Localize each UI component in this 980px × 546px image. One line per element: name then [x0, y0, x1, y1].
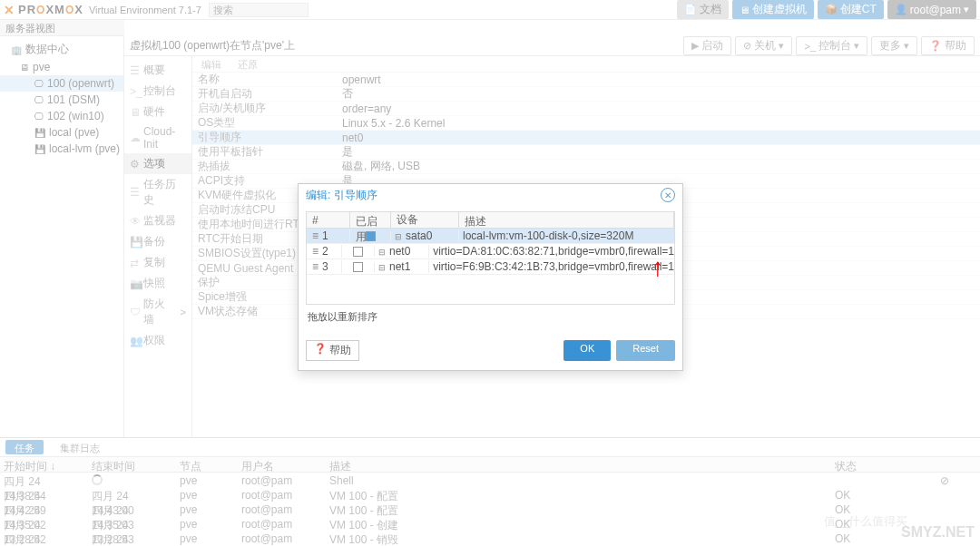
enable-checkbox[interactable] [366, 231, 376, 241]
drag-handle-icon[interactable] [312, 260, 318, 273]
device-icon [378, 245, 386, 258]
drag-handle-icon[interactable] [312, 229, 318, 242]
enable-checkbox[interactable] [353, 247, 363, 257]
modal-help-button[interactable]: ❓ 帮助 [306, 340, 359, 361]
boot-order-modal: 编辑: 引导顺序 ✕ # 已启用 设备 描述 1 sata0local-lvm:… [298, 183, 683, 371]
watermark: 值__什么值得买 [824, 513, 907, 530]
annotation-arrow: ↑ [652, 253, 664, 282]
modal-title: 编辑: 引导顺序 [306, 188, 377, 203]
ok-button[interactable]: OK [564, 340, 611, 361]
device-icon [395, 229, 402, 242]
reset-button[interactable]: Reset [616, 340, 675, 361]
reorder-hint: 拖放以重新排序 [306, 305, 675, 329]
boot-order-row[interactable]: 3 net1virtio=F6:9B:C3:42:1B:73,bridge=vm… [307, 259, 674, 275]
enable-checkbox[interactable] [353, 262, 363, 272]
watermark: SMYZ.NET [901, 524, 975, 541]
boot-order-row[interactable]: 2 net0virtio=DA:81:0C:63:82:71,bridge=vm… [307, 244, 674, 259]
device-icon [378, 260, 386, 273]
drag-handle-icon[interactable] [312, 245, 318, 258]
close-icon[interactable]: ✕ [661, 188, 675, 202]
